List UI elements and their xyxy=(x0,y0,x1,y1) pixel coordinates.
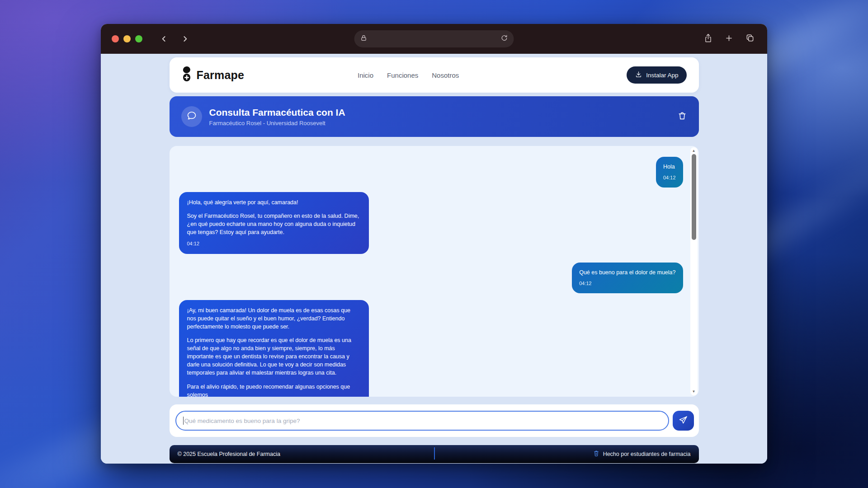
message-text: Soy el Farmacéutico Rosel, tu compañero … xyxy=(187,212,361,236)
capsule-icon xyxy=(181,66,192,84)
brand-name: Farmape xyxy=(197,69,245,82)
footer-credit-text: Hecho por estudiantes de farmacia xyxy=(603,451,691,457)
lock-icon xyxy=(360,34,368,43)
site-header: Farmape Inicio Funciones Nosotros Instal… xyxy=(170,57,699,93)
footer-credit: Hecho por estudiantes de farmacia xyxy=(593,450,691,458)
nav-item-inicio[interactable]: Inicio xyxy=(358,71,373,79)
new-tab-icon[interactable] xyxy=(725,34,733,44)
message-text: Hola xyxy=(663,163,676,171)
nav-item-nosotros[interactable]: Nosotros xyxy=(432,71,459,79)
message-input[interactable] xyxy=(175,411,669,431)
message-text: ¡Hola, qué alegría verte por aquí, camar… xyxy=(187,198,361,206)
chat-bubble-badge xyxy=(181,106,202,127)
install-app-button[interactable]: Instalar App xyxy=(627,66,687,84)
message-time: 04:12 xyxy=(187,240,361,248)
send-plane-icon xyxy=(679,416,688,426)
close-window-button[interactable] xyxy=(112,35,119,42)
text-caret xyxy=(183,417,184,425)
brand-logo[interactable]: Farmape xyxy=(181,66,245,84)
maximize-window-button[interactable] xyxy=(135,35,142,42)
mortar-icon xyxy=(593,450,599,458)
bot-message: ¡Hola, qué alegría verte por aquí, camar… xyxy=(179,192,369,253)
message-text: Lo primero que hay que recordar es que e… xyxy=(187,336,361,377)
scrollbar-thumb[interactable] xyxy=(692,154,696,240)
download-icon xyxy=(635,71,642,79)
banner-subtitle: Farmacéutico Rosel - Universidad Rooseve… xyxy=(209,120,345,127)
back-icon[interactable] xyxy=(160,34,169,43)
message-list: Hola 04:12 ¡Hola, qué alegría verte por … xyxy=(170,146,699,397)
user-message: Hola 04:12 xyxy=(656,157,683,188)
share-icon[interactable] xyxy=(704,33,712,45)
message-composer xyxy=(170,404,699,437)
forward-icon[interactable] xyxy=(180,34,189,43)
reload-icon[interactable] xyxy=(501,34,508,43)
chat-scrollbar[interactable]: ▲ ▼ xyxy=(690,147,698,395)
browser-window: Farmape Inicio Funciones Nosotros Instal… xyxy=(101,24,767,464)
message-time: 04:12 xyxy=(663,174,676,182)
send-button[interactable] xyxy=(673,411,694,431)
copyright-text: © 2025 Escuela Profesional de Farmacia xyxy=(178,451,280,457)
address-bar[interactable] xyxy=(354,30,514,47)
window-controls xyxy=(112,35,142,42)
main-nav: Inicio Funciones Nosotros xyxy=(358,71,459,79)
message-text: Qué es bueno para el dolor de muela? xyxy=(579,268,675,277)
scroll-up-icon[interactable]: ▲ xyxy=(690,149,698,153)
chat-area: Hola 04:12 ¡Hola, qué alegría verte por … xyxy=(170,146,699,397)
banner-title: Consulta Farmacéutica con IA xyxy=(209,107,345,118)
tab-overview-icon[interactable] xyxy=(745,33,755,44)
nav-item-funciones[interactable]: Funciones xyxy=(387,71,418,79)
message-text: Para el alivio rápido, te puedo recomend… xyxy=(187,383,361,397)
clear-chat-button[interactable] xyxy=(677,111,687,122)
footer-divider xyxy=(434,447,435,460)
message-time: 04:12 xyxy=(579,280,675,287)
trash-icon xyxy=(677,116,687,122)
site-footer: © 2025 Escuela Profesional de Farmacia H… xyxy=(170,445,699,463)
install-app-label: Instalar App xyxy=(646,72,678,79)
user-message: Qué es bueno para el dolor de muela? 04:… xyxy=(572,263,683,293)
scroll-down-icon[interactable]: ▼ xyxy=(690,389,698,394)
consultation-banner: Consulta Farmacéutica con IA Farmacéutic… xyxy=(170,96,699,137)
chat-bubble-icon xyxy=(186,110,197,123)
message-text: ¡Ay, mi buen camarada! Un dolor de muela… xyxy=(187,306,361,331)
minimize-window-button[interactable] xyxy=(123,35,131,42)
bot-message: ¡Ay, mi buen camarada! Un dolor de muela… xyxy=(179,300,369,397)
page-background: Farmape Inicio Funciones Nosotros Instal… xyxy=(101,57,767,464)
browser-titlebar xyxy=(101,24,767,54)
